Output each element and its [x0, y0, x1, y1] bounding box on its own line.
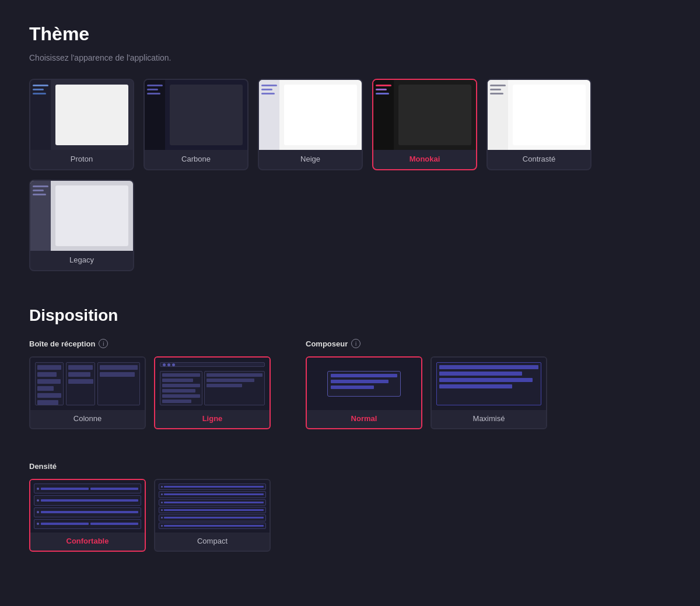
composeur-header: Composeur i: [306, 339, 547, 348]
layout-card-colonne[interactable]: Colonne: [29, 356, 146, 429]
inbox-title: Boîte de réception: [29, 339, 95, 348]
theme-preview-carbone: [145, 80, 247, 150]
densite-row: Densité Confortable: [29, 462, 671, 552]
layout-label-ligne: Ligne: [155, 410, 270, 428]
theme-card-carbone[interactable]: Carbone: [144, 79, 249, 170]
layout-preview-ligne: [155, 358, 270, 410]
theme-label-proton: Proton: [30, 150, 133, 169]
layout-preview-normal: [307, 358, 421, 410]
layout-label-colonne: Colonne: [30, 410, 145, 428]
layout-card-ligne[interactable]: Ligne: [154, 356, 271, 429]
theme-preview-legacy: [30, 181, 133, 251]
theme-card-contraste[interactable]: Contrasté: [487, 79, 592, 170]
theme-subtitle: Choisissez l'apparence de l'application.: [29, 53, 671, 62]
density-label-compact: Compact: [155, 533, 270, 551]
density-preview-confortable: [30, 480, 145, 533]
density-card-confortable[interactable]: Confortable: [29, 479, 146, 552]
density-label-confortable: Confortable: [30, 533, 145, 551]
theme-card-legacy[interactable]: Legacy: [29, 180, 134, 271]
disposition-section: Boîte de réception i: [29, 339, 671, 552]
theme-section-title: Thème: [29, 23, 671, 45]
inbox-row: Boîte de réception i: [29, 339, 271, 429]
theme-card-monokai[interactable]: Monokai: [372, 79, 477, 170]
layout-label-maximise: Maximisé: [432, 410, 546, 428]
layout-label-normal: Normal: [307, 410, 421, 428]
densite-title: Densité: [29, 462, 57, 471]
theme-preview-contraste: [488, 80, 590, 150]
theme-label-neige: Neige: [259, 150, 362, 169]
inbox-cards: Colonne: [29, 356, 271, 429]
densite-header: Densité: [29, 462, 671, 471]
theme-grid: Proton Carbone Neige: [29, 79, 671, 271]
composeur-row: Composeur i Normal: [306, 339, 547, 429]
density-preview-compact: [155, 480, 270, 533]
composeur-info-icon[interactable]: i: [351, 339, 360, 348]
theme-preview-neige: [259, 80, 362, 150]
disposition-section-title: Disposition: [29, 306, 671, 325]
inbox-header: Boîte de réception i: [29, 339, 271, 348]
theme-label-contraste: Contrasté: [488, 150, 590, 169]
density-card-compact[interactable]: Compact: [154, 479, 271, 552]
theme-label-legacy: Legacy: [30, 251, 133, 270]
layout-preview-maximise: [432, 358, 546, 410]
layout-card-normal[interactable]: Normal: [306, 356, 422, 429]
layout-preview-colonne: [30, 358, 145, 410]
theme-preview-monokai: [373, 80, 476, 150]
layout-card-maximise[interactable]: Maximisé: [430, 356, 547, 429]
composeur-cards: Normal Maximisé: [306, 356, 547, 429]
theme-label-carbone: Carbone: [145, 150, 247, 169]
composeur-title: Composeur: [306, 339, 348, 348]
inbox-info-icon[interactable]: i: [99, 339, 108, 348]
density-cards: Confortable Compact: [29, 479, 671, 552]
theme-card-neige[interactable]: Neige: [258, 79, 363, 170]
theme-preview-proton: [30, 80, 133, 150]
theme-card-proton[interactable]: Proton: [29, 79, 134, 170]
theme-label-monokai: Monokai: [373, 150, 476, 169]
